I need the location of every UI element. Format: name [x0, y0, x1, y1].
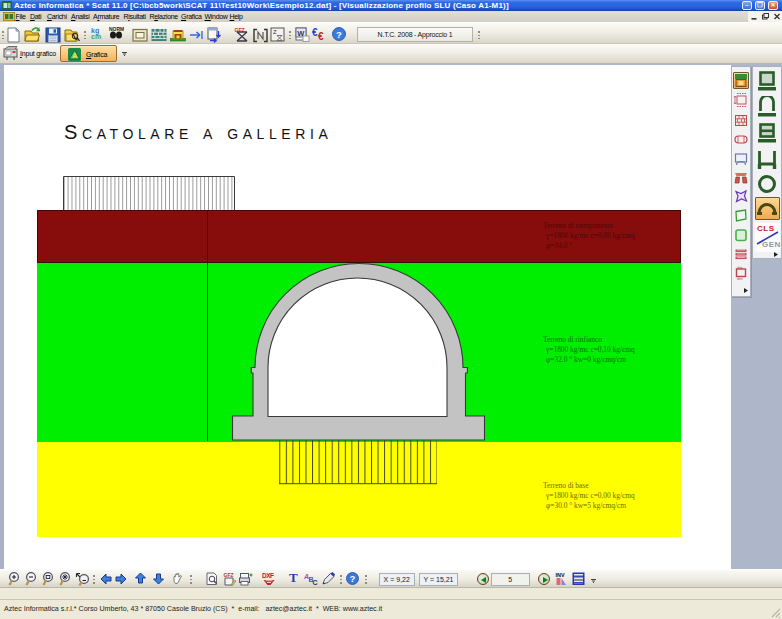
svg-text:GFZ: GFZ — [224, 572, 234, 578]
svg-text:Terreno di rinfianco: Terreno di rinfianco — [543, 335, 602, 344]
svg-text:DXF: DXF — [262, 572, 274, 579]
svg-text:dim: dim — [737, 277, 743, 281]
svg-text:?: ? — [336, 29, 342, 40]
svg-text:NORM: NORM — [109, 26, 124, 32]
svg-text:€: € — [318, 31, 324, 42]
svg-text:φ=30.0 ° kw=5 kg/cmq/cm: φ=30.0 ° kw=5 kg/cmq/cm — [546, 501, 626, 510]
svg-text:γ=1800 kg/mc c=0,00 kg/cmq: γ=1800 kg/mc c=0,00 kg/cmq — [545, 491, 635, 500]
svg-text:γ=1800 kg/mc c=0,10 kg/cmq: γ=1800 kg/mc c=0,10 kg/cmq — [545, 345, 635, 354]
svg-text:Z: Z — [273, 29, 277, 35]
svg-text:A: A — [72, 52, 77, 59]
svg-text:?: ? — [350, 574, 356, 584]
svg-text:INV: INV — [556, 572, 566, 578]
svg-text:C: C — [313, 579, 318, 586]
svg-text:Terreno di riempimento: Terreno di riempimento — [543, 221, 613, 230]
svg-text:φ=34.0 °: φ=34.0 ° — [546, 241, 572, 250]
svg-text:γ=1800 kg/mc c=0,00 kg/cmq: γ=1800 kg/mc c=0,00 kg/cmq — [545, 231, 635, 240]
svg-text:φ=32.0 ° kw=0 kg/cmq/cm: φ=32.0 ° kw=0 kg/cmq/cm — [546, 355, 626, 364]
svg-text:Terreno di base: Terreno di base — [543, 481, 589, 490]
